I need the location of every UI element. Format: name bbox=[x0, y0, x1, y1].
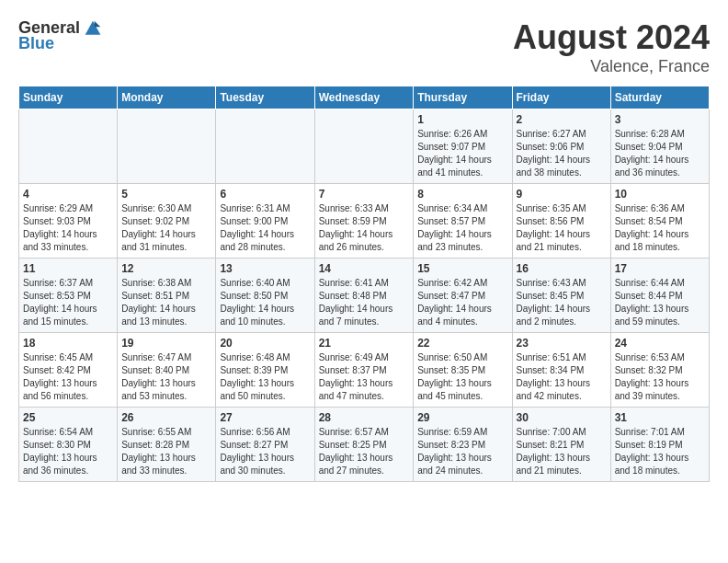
day-cell: 6Sunrise: 6:31 AM Sunset: 9:00 PM Daylig… bbox=[216, 184, 314, 259]
day-number: 18 bbox=[23, 337, 113, 350]
day-number: 27 bbox=[220, 411, 310, 424]
day-cell: 21Sunrise: 6:49 AM Sunset: 8:37 PM Dayli… bbox=[314, 333, 414, 408]
day-cell: 17Sunrise: 6:44 AM Sunset: 8:44 PM Dayli… bbox=[610, 259, 709, 333]
logo-blue: Blue bbox=[18, 34, 54, 53]
day-cell bbox=[19, 109, 118, 184]
weekday-monday: Monday bbox=[118, 86, 216, 109]
day-info: Sunrise: 6:34 AM Sunset: 8:57 PM Dayligh… bbox=[417, 202, 507, 254]
day-number: 26 bbox=[121, 411, 211, 424]
day-info: Sunrise: 6:33 AM Sunset: 8:59 PM Dayligh… bbox=[319, 202, 410, 254]
day-number: 11 bbox=[23, 262, 113, 275]
day-cell: 29Sunrise: 6:59 AM Sunset: 8:23 PM Dayli… bbox=[414, 408, 512, 482]
weekday-tuesday: Tuesday bbox=[216, 86, 314, 109]
day-number: 23 bbox=[517, 337, 607, 350]
day-cell: 8Sunrise: 6:34 AM Sunset: 8:57 PM Daylig… bbox=[414, 184, 512, 259]
day-info: Sunrise: 6:35 AM Sunset: 8:56 PM Dayligh… bbox=[517, 202, 607, 254]
day-number: 15 bbox=[417, 262, 507, 275]
day-info: Sunrise: 6:51 AM Sunset: 8:34 PM Dayligh… bbox=[517, 351, 607, 403]
day-info: Sunrise: 6:56 AM Sunset: 8:27 PM Dayligh… bbox=[220, 426, 310, 477]
day-cell: 30Sunrise: 7:00 AM Sunset: 8:21 PM Dayli… bbox=[512, 408, 610, 482]
day-info: Sunrise: 6:47 AM Sunset: 8:40 PM Dayligh… bbox=[121, 351, 211, 403]
title-block: August 2024 Valence, France bbox=[513, 18, 710, 76]
day-cell: 31Sunrise: 7:01 AM Sunset: 8:19 PM Dayli… bbox=[610, 408, 709, 482]
day-cell: 22Sunrise: 6:50 AM Sunset: 8:35 PM Dayli… bbox=[414, 333, 512, 408]
calendar-table: SundayMondayTuesdayWednesdayThursdayFrid… bbox=[18, 86, 710, 482]
day-info: Sunrise: 6:43 AM Sunset: 8:45 PM Dayligh… bbox=[517, 277, 607, 328]
day-info: Sunrise: 6:41 AM Sunset: 8:48 PM Dayligh… bbox=[319, 277, 410, 328]
day-cell: 5Sunrise: 6:30 AM Sunset: 9:02 PM Daylig… bbox=[118, 184, 216, 259]
day-info: Sunrise: 6:57 AM Sunset: 8:25 PM Dayligh… bbox=[319, 426, 410, 477]
day-number: 21 bbox=[319, 337, 410, 350]
weekday-saturday: Saturday bbox=[610, 86, 709, 109]
day-info: Sunrise: 6:28 AM Sunset: 9:04 PM Dayligh… bbox=[615, 128, 705, 179]
day-info: Sunrise: 6:38 AM Sunset: 8:51 PM Dayligh… bbox=[121, 277, 211, 328]
day-info: Sunrise: 6:54 AM Sunset: 8:30 PM Dayligh… bbox=[23, 426, 113, 477]
day-cell: 20Sunrise: 6:48 AM Sunset: 8:39 PM Dayli… bbox=[216, 333, 314, 408]
svg-marker-1 bbox=[95, 20, 101, 27]
day-number: 7 bbox=[319, 188, 410, 201]
day-cell: 16Sunrise: 6:43 AM Sunset: 8:45 PM Dayli… bbox=[512, 259, 610, 333]
logo: General Blue bbox=[18, 18, 102, 53]
day-cell bbox=[314, 109, 414, 184]
day-cell bbox=[118, 109, 216, 184]
day-info: Sunrise: 6:50 AM Sunset: 8:35 PM Dayligh… bbox=[417, 351, 507, 403]
day-cell: 12Sunrise: 6:38 AM Sunset: 8:51 PM Dayli… bbox=[118, 259, 216, 333]
day-number: 2 bbox=[517, 113, 607, 126]
day-info: Sunrise: 6:55 AM Sunset: 8:28 PM Dayligh… bbox=[121, 426, 211, 477]
day-number: 9 bbox=[517, 188, 607, 201]
day-number: 31 bbox=[615, 411, 705, 424]
day-number: 16 bbox=[517, 262, 607, 275]
month-title: August 2024 bbox=[513, 18, 710, 57]
day-number: 19 bbox=[121, 337, 211, 350]
day-cell: 10Sunrise: 6:36 AM Sunset: 8:54 PM Dayli… bbox=[610, 184, 709, 259]
day-info: Sunrise: 6:40 AM Sunset: 8:50 PM Dayligh… bbox=[220, 277, 310, 328]
day-info: Sunrise: 6:45 AM Sunset: 8:42 PM Dayligh… bbox=[23, 351, 113, 403]
day-info: Sunrise: 6:26 AM Sunset: 9:07 PM Dayligh… bbox=[417, 128, 507, 179]
week-row-5: 25Sunrise: 6:54 AM Sunset: 8:30 PM Dayli… bbox=[19, 408, 710, 482]
day-info: Sunrise: 6:59 AM Sunset: 8:23 PM Dayligh… bbox=[417, 426, 507, 477]
day-info: Sunrise: 7:01 AM Sunset: 8:19 PM Dayligh… bbox=[615, 426, 705, 477]
day-cell: 26Sunrise: 6:55 AM Sunset: 8:28 PM Dayli… bbox=[118, 408, 216, 482]
location-title: Valence, France bbox=[513, 57, 710, 76]
day-number: 24 bbox=[615, 337, 705, 350]
page-header: General Blue August 2024 Valence, France bbox=[18, 18, 710, 76]
day-info: Sunrise: 7:00 AM Sunset: 8:21 PM Dayligh… bbox=[517, 426, 607, 477]
day-number: 22 bbox=[417, 337, 507, 350]
day-number: 30 bbox=[517, 411, 607, 424]
day-cell: 13Sunrise: 6:40 AM Sunset: 8:50 PM Dayli… bbox=[216, 259, 314, 333]
day-cell: 24Sunrise: 6:53 AM Sunset: 8:32 PM Dayli… bbox=[610, 333, 709, 408]
day-number: 1 bbox=[417, 113, 507, 126]
day-number: 29 bbox=[417, 411, 507, 424]
day-info: Sunrise: 6:42 AM Sunset: 8:47 PM Dayligh… bbox=[417, 277, 507, 328]
weekday-wednesday: Wednesday bbox=[314, 86, 414, 109]
day-number: 12 bbox=[121, 262, 211, 275]
day-cell: 9Sunrise: 6:35 AM Sunset: 8:56 PM Daylig… bbox=[512, 184, 610, 259]
day-number: 20 bbox=[220, 337, 310, 350]
logo-icon bbox=[84, 19, 102, 38]
day-number: 4 bbox=[23, 188, 113, 201]
day-info: Sunrise: 6:49 AM Sunset: 8:37 PM Dayligh… bbox=[319, 351, 410, 403]
weekday-friday: Friday bbox=[512, 86, 610, 109]
day-number: 6 bbox=[220, 188, 310, 201]
day-cell: 25Sunrise: 6:54 AM Sunset: 8:30 PM Dayli… bbox=[19, 408, 118, 482]
week-row-4: 18Sunrise: 6:45 AM Sunset: 8:42 PM Dayli… bbox=[19, 333, 710, 408]
weekday-thursday: Thursday bbox=[414, 86, 512, 109]
day-cell: 2Sunrise: 6:27 AM Sunset: 9:06 PM Daylig… bbox=[512, 109, 610, 184]
day-info: Sunrise: 6:37 AM Sunset: 8:53 PM Dayligh… bbox=[23, 277, 113, 328]
day-number: 25 bbox=[23, 411, 113, 424]
day-cell: 7Sunrise: 6:33 AM Sunset: 8:59 PM Daylig… bbox=[314, 184, 414, 259]
day-number: 3 bbox=[615, 113, 705, 126]
day-info: Sunrise: 6:31 AM Sunset: 9:00 PM Dayligh… bbox=[220, 202, 310, 254]
day-cell: 18Sunrise: 6:45 AM Sunset: 8:42 PM Dayli… bbox=[19, 333, 118, 408]
day-number: 28 bbox=[319, 411, 410, 424]
day-info: Sunrise: 6:53 AM Sunset: 8:32 PM Dayligh… bbox=[615, 351, 705, 403]
weekday-sunday: Sunday bbox=[19, 86, 118, 109]
day-number: 13 bbox=[220, 262, 310, 275]
day-cell: 15Sunrise: 6:42 AM Sunset: 8:47 PM Dayli… bbox=[414, 259, 512, 333]
day-info: Sunrise: 6:27 AM Sunset: 9:06 PM Dayligh… bbox=[517, 128, 607, 179]
week-row-3: 11Sunrise: 6:37 AM Sunset: 8:53 PM Dayli… bbox=[19, 259, 710, 333]
day-cell bbox=[216, 109, 314, 184]
day-info: Sunrise: 6:48 AM Sunset: 8:39 PM Dayligh… bbox=[220, 351, 310, 403]
day-cell: 19Sunrise: 6:47 AM Sunset: 8:40 PM Dayli… bbox=[118, 333, 216, 408]
day-cell: 3Sunrise: 6:28 AM Sunset: 9:04 PM Daylig… bbox=[610, 109, 709, 184]
